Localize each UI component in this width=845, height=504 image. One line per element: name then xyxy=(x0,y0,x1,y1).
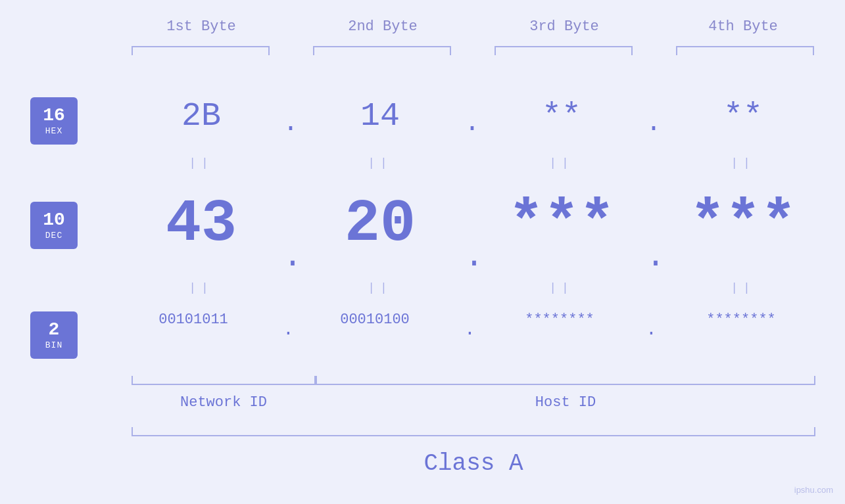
dec-dot-2: . xyxy=(464,238,484,275)
hex-value-4: ** xyxy=(671,97,815,135)
top-bracket-2 xyxy=(313,46,451,55)
host-bracket xyxy=(316,376,815,385)
top-bracket-4 xyxy=(676,46,814,55)
hex-value-3: ** xyxy=(489,97,634,135)
host-id-label: Host ID xyxy=(316,394,815,411)
watermark: ipshu.com xyxy=(794,485,833,495)
bin-value-1: 00101011 xyxy=(108,311,279,328)
hex-value-1: 2B xyxy=(129,97,274,135)
network-bracket xyxy=(132,376,316,385)
bin-value-4: ******** xyxy=(652,311,830,328)
eq2-3: || xyxy=(489,281,634,294)
bin-value-2: 00010100 xyxy=(289,311,460,328)
eq1-1: || xyxy=(129,156,274,170)
byte-header-2: 2nd Byte xyxy=(310,18,455,35)
hex-badge-number: 16 xyxy=(43,106,65,126)
dec-badge-number: 10 xyxy=(43,210,65,231)
main-bottom-bracket xyxy=(132,427,815,436)
hex-dot-1: . xyxy=(283,108,299,138)
main-layout: 1st Byte 2nd Byte 3rd Byte 4th Byte 16 H… xyxy=(0,0,845,504)
hex-dot-3: . xyxy=(646,108,662,138)
hex-value-2: 14 xyxy=(308,97,452,135)
byte-header-3: 3rd Byte xyxy=(492,18,637,35)
hex-dot-2: . xyxy=(464,108,480,138)
bin-badge: 2 BIN xyxy=(30,311,78,359)
eq2-4: || xyxy=(671,281,815,294)
eq2-2: || xyxy=(308,281,452,294)
bin-badge-number: 2 xyxy=(49,320,60,340)
dec-value-2: 20 xyxy=(308,191,452,258)
top-bracket-3 xyxy=(495,46,633,55)
eq2-1: || xyxy=(129,281,274,294)
dec-value-1: 43 xyxy=(129,191,274,258)
dec-badge-label: DEC xyxy=(45,231,62,241)
hex-badge-label: HEX xyxy=(45,126,62,136)
top-bracket-1 xyxy=(132,46,270,55)
hex-badge: 16 HEX xyxy=(30,97,78,145)
dec-value-3: *** xyxy=(489,191,634,258)
eq1-3: || xyxy=(489,156,634,170)
dec-dot-3: . xyxy=(646,238,665,275)
eq1-4: || xyxy=(671,156,815,170)
byte-header-1: 1st Byte xyxy=(129,18,274,35)
network-id-label: Network ID xyxy=(132,394,316,411)
dec-badge: 10 DEC xyxy=(30,202,78,249)
bin-badge-label: BIN xyxy=(45,340,62,350)
class-label: Class A xyxy=(132,450,815,477)
dec-dot-1: . xyxy=(283,238,302,275)
bin-value-3: ******** xyxy=(471,311,648,328)
byte-header-4: 4th Byte xyxy=(671,18,815,35)
dec-value-4: *** xyxy=(671,191,815,258)
eq1-2: || xyxy=(308,156,452,170)
